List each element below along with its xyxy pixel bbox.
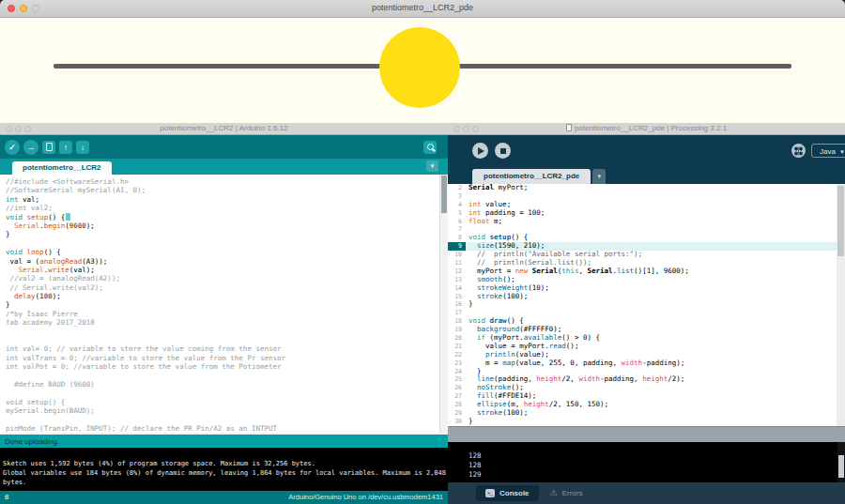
code-line[interactable]: pinMode (TransPin, INPUT); // declare th… [6,424,448,433]
code-line[interactable]: } [6,300,448,309]
verify-button[interactable]: ✓ [5,140,20,155]
code-line[interactable]: fab academy 2017_2018 [6,318,448,327]
processing-tab-bar: potentiometro__LCR2_pde ▾ [448,166,845,184]
line-number: 10 [448,251,466,259]
open-button[interactable]: ↑ [59,141,72,154]
arduino-footer: 8 Arduino/Genuino Uno on /dev/cu.usbmode… [0,491,448,504]
status-bar: Done uploading. [0,433,448,448]
chevron-down-icon: ▾ [597,173,601,179]
code-line[interactable]: int valPot = 0; //variable to store the … [6,362,448,371]
code-line[interactable] [6,416,448,424]
code-line[interactable]: mySerial.begin(BAUD); [6,406,448,415]
arduino-ide-window: potentiometro__LCR2 | Arduino 1.6.12 ✓ →… [0,123,448,504]
code-line[interactable]: 5int padding = 100; [448,209,845,218]
code-line[interactable]: 15 stroke(100); [448,293,845,301]
code-line[interactable]: 30} [448,418,845,426]
line-number: 6 [448,218,466,226]
line-number: 26 [448,384,466,392]
scrollbar-thumb[interactable] [838,455,844,478]
arduino-titlebar[interactable]: potentiometro__LCR2 | Arduino 1.6.12 [0,123,448,135]
line-number: 4 [448,201,466,209]
scrollbar-thumb[interactable] [837,186,844,256]
line-number: 20 [448,334,466,343]
scrollbar-thumb[interactable] [441,176,447,213]
line-number: 15 [448,293,466,301]
editor-scrollbar[interactable] [837,184,845,426]
processing-console: 128128129 [448,442,845,482]
code-line[interactable]: //int val2; [6,204,448,212]
debug-button[interactable] [791,144,806,158]
arduino-toolbar: ✓ → ↑ ↓ [0,135,448,159]
save-button[interactable]: ↓ [76,141,89,154]
code-line[interactable]: int val; [6,195,448,204]
mode-selector-button[interactable]: Java▼ [811,144,845,158]
code-line[interactable]: void loop() { [6,248,448,256]
code-line[interactable]: int valTrans = 0; //variable to store th… [6,354,448,362]
errors-tab[interactable]: ⚠ Errors [550,489,583,497]
code-line[interactable] [6,389,448,397]
processing-toolbar: Java▼ [448,135,845,166]
console-scrollbar[interactable] [837,442,845,482]
console-tab[interactable]: >_ Console [476,485,539,501]
code-line[interactable] [6,336,448,344]
code-line[interactable]: delay(100); [6,292,448,300]
stop-icon [500,148,506,154]
code-line[interactable]: 29 stroke(100); [448,409,845,418]
window-title: potentiometro__LCR2_pde [0,3,845,12]
line-number: 3 [448,192,466,201]
code-line[interactable]: 23 m = map(value, 255, 0, padding, width… [448,359,845,368]
arduino-code-editor[interactable]: //#include <SoftwareSerial.h>//SoftwareS… [0,175,448,433]
processing-code-editor[interactable]: 2Serial myPort;34int value;5int padding … [448,184,845,426]
sketch-tab[interactable]: potentiometro__LCR2 [12,161,112,175]
butterfly-debug-icon [793,146,804,156]
board-port-label: Arduino/Genuino Uno on /dev/cu.usbmodem1… [288,493,443,501]
code-line[interactable]: //SoftwareSerial mySerial(A1, 0); [6,186,448,194]
line-number: 11 [448,259,466,267]
code-line[interactable]: void setup() { [6,398,448,406]
tab-menu-button[interactable]: ▾ [592,169,606,184]
code-line[interactable]: 2Serial myPort; [448,184,845,192]
document-icon [566,124,572,131]
sketch-yellow-circle [379,27,460,108]
line-number: 28 [448,401,466,409]
processing-footer: >_ Console ⚠ Errors [448,482,845,504]
code-line[interactable]: //val2 = (analogRead(A2)); [6,274,448,283]
line-number: 27 [448,392,466,401]
code-line[interactable]: val = (analogRead(A3)); [6,257,448,266]
code-line[interactable]: /*by Isaac Pierre [6,310,448,318]
warning-icon: ⚠ [550,489,558,497]
code-line[interactable]: void setup() { [6,213,448,221]
line-number: 16 [448,300,466,309]
upload-button[interactable]: → [23,140,38,155]
processing-titlebar[interactable]: potentiometro__LCR2_pde | Processing 3.2… [448,123,845,135]
code-line[interactable] [6,239,448,248]
sketch-tab[interactable]: potentiometro__LCR2_pde [472,169,591,184]
code-line[interactable] [6,328,448,336]
console-line: 129 [469,470,845,480]
code-line[interactable] [6,372,448,380]
stop-button[interactable] [495,143,511,159]
line-number: 9 [448,242,466,251]
output-titlebar[interactable]: potentiometro__LCR2_pde [0,0,845,18]
arduino-console: Sketch uses 1,592 bytes (4%) of program … [0,448,448,491]
line-number-indicator: 8 [5,493,8,501]
line-number: 30 [448,418,466,426]
code-line[interactable]: int val= 0; // variable to store the val… [6,344,448,353]
serial-monitor-button[interactable] [423,141,437,154]
code-line[interactable]: Serial.begin(9600); [6,221,448,230]
processing-ide-window: potentiometro__LCR2_pde | Processing 3.2… [448,123,845,504]
code-line[interactable]: // Serial.write(val2); [6,283,448,292]
code-line[interactable]: } [6,230,448,238]
line-number: 22 [448,351,466,359]
new-sketch-button[interactable] [42,141,55,154]
code-line[interactable]: #define BAUD (9600) [6,380,448,389]
editor-scrollbar[interactable] [439,175,448,433]
code-line[interactable]: 6float m; [448,218,845,226]
code-line[interactable]: 16} [448,300,845,309]
play-icon [478,147,484,155]
line-number: 18 [448,317,466,326]
code-line[interactable]: //#include <SoftwareSerial.h> [6,177,448,186]
run-button[interactable] [472,143,488,159]
code-line[interactable]: Serial.write(val); [6,266,448,274]
tab-menu-button[interactable]: ▾ [426,160,438,172]
